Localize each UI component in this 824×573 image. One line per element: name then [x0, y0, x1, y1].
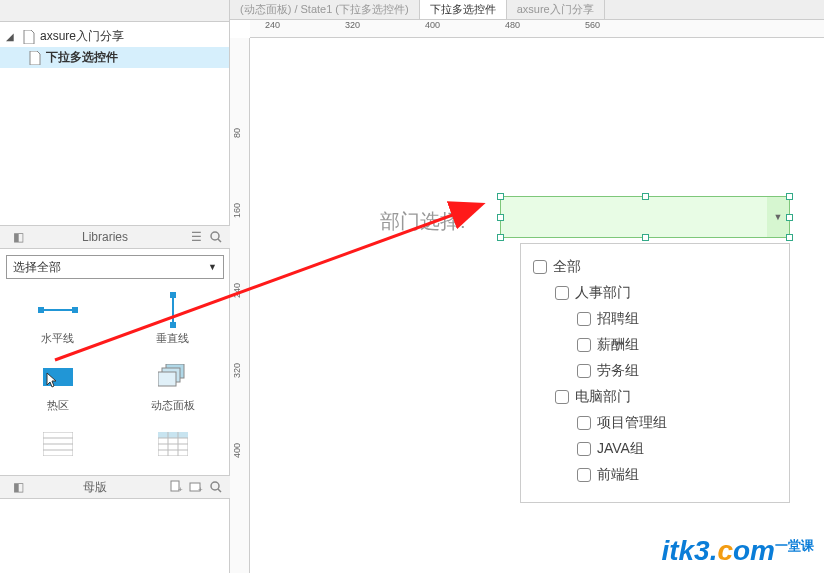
dynpanel-preview — [153, 362, 193, 392]
svg-rect-16 — [158, 432, 188, 438]
svg-text:+: + — [178, 485, 183, 494]
canvas-tabs: (动态面板) / State1 (下拉多选控件) 下拉多选控件 axsure入门… — [230, 0, 824, 20]
watermark-c: c — [717, 535, 733, 566]
widget-table1[interactable] — [0, 423, 115, 469]
resize-handle[interactable] — [497, 214, 504, 221]
dd-label: JAVA组 — [597, 440, 644, 458]
libraries-panel: ◧ Libraries ☰ 选择全部 ▼ 水平线 垂直线 — [0, 225, 230, 473]
ruler-tick: 560 — [585, 20, 600, 30]
checkbox-icon[interactable] — [533, 260, 547, 274]
add-folder-icon[interactable]: + — [188, 479, 204, 495]
tree-child-label: 下拉多选控件 — [46, 49, 118, 66]
dd-label: 前端组 — [597, 466, 639, 484]
checkbox-icon[interactable] — [577, 442, 591, 456]
ruler-tick: 80 — [232, 128, 242, 138]
svg-rect-10 — [158, 372, 176, 386]
masters-panel: ◧ 母版 + + — [0, 475, 230, 499]
widget-vline[interactable]: 垂直线 — [115, 289, 230, 356]
resize-handle[interactable] — [497, 234, 504, 241]
ruler-tick: 400 — [425, 20, 440, 30]
dd-label: 电脑部门 — [575, 388, 631, 406]
dd-item-frontend[interactable]: 前端组 — [533, 462, 777, 488]
tab-root[interactable]: axsure入门分享 — [507, 0, 605, 19]
resize-handle[interactable] — [786, 214, 793, 221]
selected-hotspot[interactable]: ▼ — [500, 196, 790, 238]
tab-page[interactable]: 下拉多选控件 — [420, 0, 507, 19]
masters-header: ◧ 母版 + + — [0, 475, 230, 499]
masters-title: 母版 — [26, 479, 164, 496]
dd-item-labor[interactable]: 劳务组 — [533, 358, 777, 384]
checkbox-icon[interactable] — [577, 312, 591, 326]
dd-item-java[interactable]: JAVA组 — [533, 436, 777, 462]
dd-item-pm[interactable]: 项目管理组 — [533, 410, 777, 436]
pages-header — [0, 0, 229, 22]
svg-line-27 — [218, 489, 221, 492]
page-icon — [22, 30, 36, 44]
tree-toggle-icon[interactable]: ◢ — [6, 31, 18, 42]
ruler-tick: 400 — [232, 443, 242, 458]
resize-handle[interactable] — [786, 234, 793, 241]
dd-item-all[interactable]: 全部 — [533, 254, 777, 280]
ruler-tick: 320 — [345, 20, 360, 30]
widget-table2[interactable] — [115, 423, 230, 469]
svg-text:+: + — [198, 485, 203, 494]
dd-label: 全部 — [553, 258, 581, 276]
canvas-area: (动态面板) / State1 (下拉多选控件) 下拉多选控件 axsure入门… — [230, 0, 824, 573]
svg-line-1 — [218, 239, 221, 242]
search-icon[interactable] — [208, 479, 224, 495]
widget-hotspot[interactable]: 热区 — [0, 356, 115, 423]
vline-preview — [153, 295, 193, 325]
libraries-title: Libraries — [26, 230, 184, 244]
collapse-icon[interactable]: ◧ — [10, 479, 26, 495]
dd-item-recruit[interactable]: 招聘组 — [533, 306, 777, 332]
dd-item-hr[interactable]: 人事部门 — [533, 280, 777, 306]
svg-rect-6 — [170, 292, 176, 298]
checkbox-icon[interactable] — [577, 338, 591, 352]
dd-label: 人事部门 — [575, 284, 631, 302]
tree-root[interactable]: ◢ axsure入门分享 — [0, 26, 229, 47]
collapse-icon[interactable]: ◧ — [10, 229, 26, 245]
checkbox-icon[interactable] — [555, 390, 569, 404]
menu-icon[interactable]: ☰ — [188, 229, 204, 245]
ruler-tick: 320 — [232, 363, 242, 378]
ruler-tick: 240 — [232, 283, 242, 298]
dropdown-panel: 全部 人事部门 招聘组 薪酬组 劳务组 电脑部门 项目管理组 JAVA组 前端组 — [520, 243, 790, 503]
ruler-horizontal: 240 320 400 480 560 — [250, 20, 824, 38]
resize-handle[interactable] — [642, 234, 649, 241]
svg-point-0 — [211, 232, 219, 240]
checkbox-icon[interactable] — [577, 468, 591, 482]
resize-handle[interactable] — [786, 193, 793, 200]
page-icon — [28, 51, 42, 65]
dept-select-label: 部门选择: — [380, 208, 466, 235]
watermark-sub: 一堂课 — [775, 538, 814, 553]
widget-dynamic-panel[interactable]: 动态面板 — [115, 356, 230, 423]
dd-item-it[interactable]: 电脑部门 — [533, 384, 777, 410]
chevron-down-icon: ▼ — [208, 262, 217, 272]
resize-handle[interactable] — [497, 193, 504, 200]
watermark-om: om — [733, 535, 775, 566]
tree-root-label: axsure入门分享 — [40, 28, 124, 45]
table2-preview — [153, 429, 193, 459]
resize-handle[interactable] — [642, 193, 649, 200]
library-select[interactable]: 选择全部 ▼ — [6, 255, 224, 279]
search-icon[interactable] — [208, 229, 224, 245]
ruler-tick: 480 — [505, 20, 520, 30]
watermark-brand: itk3 — [661, 535, 709, 566]
canvas-inner[interactable]: 部门选择: ▼ 全部 人事部门 招聘组 薪酬组 劳务组 电脑部门 项目管理组 J… — [250, 38, 824, 573]
svg-rect-7 — [170, 322, 176, 328]
widget-hline[interactable]: 水平线 — [0, 289, 115, 356]
tab-state[interactable]: (动态面板) / State1 (下拉多选控件) — [230, 0, 420, 19]
widget-label: 水平线 — [41, 331, 74, 346]
dd-label: 项目管理组 — [597, 414, 667, 432]
checkbox-icon[interactable] — [555, 286, 569, 300]
checkbox-icon[interactable] — [577, 364, 591, 378]
checkbox-icon[interactable] — [577, 416, 591, 430]
tree-child[interactable]: 下拉多选控件 — [0, 47, 229, 68]
dd-label: 薪酬组 — [597, 336, 639, 354]
library-select-label: 选择全部 — [13, 259, 61, 276]
dd-label: 招聘组 — [597, 310, 639, 328]
dd-item-salary[interactable]: 薪酬组 — [533, 332, 777, 358]
add-page-icon[interactable]: + — [168, 479, 184, 495]
hotspot-preview — [38, 362, 78, 392]
svg-point-26 — [211, 482, 219, 490]
